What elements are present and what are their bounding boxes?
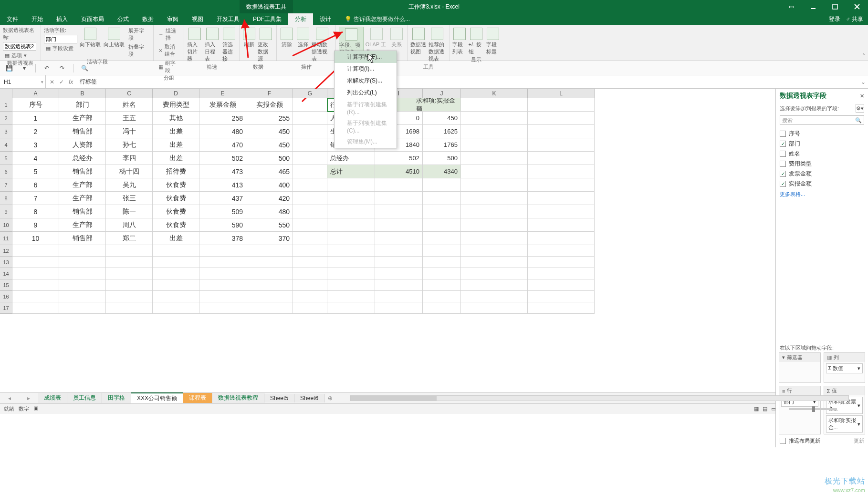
cell[interactable] <box>293 205 327 218</box>
formula-expand-icon[interactable]: ⌄ <box>858 79 868 85</box>
defer-checkbox[interactable] <box>780 438 786 444</box>
cell[interactable]: 部门 <box>59 98 106 112</box>
cell[interactable]: 生产部 <box>59 112 106 125</box>
insert-slicer-button[interactable]: 插入切片器 <box>187 27 203 63</box>
menu-item-solve-order[interactable]: 求解次序(S)... <box>335 75 397 87</box>
row-header[interactable]: 10 <box>0 218 12 232</box>
refresh-button[interactable]: 刷新 <box>242 27 256 49</box>
cell[interactable] <box>293 302 327 314</box>
cell[interactable]: 480 <box>246 205 293 218</box>
cell[interactable]: 周八 <box>106 218 153 232</box>
cell[interactable]: 伙食费 <box>153 205 199 218</box>
row-header[interactable]: 1 <box>0 98 12 112</box>
cell[interactable] <box>153 268 199 279</box>
cell[interactable] <box>327 232 375 245</box>
cell[interactable]: 冯十 <box>106 125 153 138</box>
cell[interactable] <box>293 245 327 257</box>
menu-item-calc-field[interactable]: 计算字段(F)... <box>335 51 397 63</box>
pt-name-input[interactable] <box>3 42 36 51</box>
cell[interactable] <box>461 232 528 245</box>
cell[interactable] <box>12 279 59 291</box>
row-header[interactable]: 3 <box>0 125 12 138</box>
cell[interactable] <box>528 98 595 112</box>
sheet-tab[interactable]: 课程表 <box>183 393 212 403</box>
cell[interactable]: 王五 <box>106 112 153 125</box>
pivot-chart-button[interactable]: 数据透视图 <box>410 27 427 56</box>
cell[interactable]: 出差 <box>153 232 199 245</box>
tab-formulas[interactable]: 公式 <box>111 13 136 25</box>
cell[interactable]: 1 <box>12 112 59 125</box>
cell[interactable] <box>153 245 199 257</box>
change-source-button[interactable]: 更改数据源 <box>258 27 273 63</box>
active-field-input[interactable] <box>44 35 77 43</box>
cell[interactable] <box>528 112 595 125</box>
clear-button[interactable]: 清除 <box>280 27 294 49</box>
cell[interactable]: 伙食费 <box>153 218 199 232</box>
col-header[interactable]: A <box>12 89 59 98</box>
cell[interactable] <box>59 279 106 291</box>
cell[interactable] <box>375 268 423 279</box>
field-checkbox-row[interactable]: 部门 <box>780 139 864 149</box>
minimize-icon[interactable] <box>802 0 824 13</box>
tab-nav-last-icon[interactable]: ▸ <box>27 395 30 402</box>
cell[interactable] <box>461 302 528 314</box>
tab-home[interactable]: 开始 <box>25 13 50 25</box>
cell[interactable]: 实报金额 <box>246 98 293 112</box>
cell[interactable] <box>59 257 106 268</box>
col-header[interactable]: G <box>293 89 327 98</box>
cell[interactable] <box>293 125 327 138</box>
cell[interactable] <box>423 302 461 314</box>
cell[interactable] <box>461 98 528 112</box>
select-all-corner[interactable] <box>0 89 12 98</box>
field-checkbox-row[interactable]: 姓名 <box>780 149 864 159</box>
cell[interactable] <box>153 257 199 268</box>
cell[interactable] <box>375 245 423 257</box>
chevron-down-icon[interactable]: ▾ <box>858 365 860 371</box>
recommended-pt-button[interactable]: 推荐的数据透视表 <box>429 27 446 63</box>
cell[interactable] <box>293 178 327 192</box>
cell[interactable] <box>375 302 423 314</box>
tab-pagelayout[interactable]: 页面布局 <box>74 13 111 25</box>
cell[interactable] <box>59 245 106 257</box>
cell[interactable]: 吴九 <box>106 178 153 192</box>
ribbon-collapse-icon[interactable]: ˄ <box>862 53 865 60</box>
row-header[interactable]: 9 <box>0 205 12 218</box>
cell[interactable]: 郑二 <box>106 232 153 245</box>
field-checkbox-row[interactable]: 费用类型 <box>780 159 864 169</box>
sheet-tab[interactable]: Sheet6 <box>294 394 324 402</box>
cell[interactable] <box>246 302 293 314</box>
cell[interactable]: 销售部 <box>59 125 106 138</box>
row-header[interactable]: 8 <box>0 192 12 205</box>
cell[interactable] <box>246 257 293 268</box>
cell[interactable]: 发票金额 <box>199 98 246 112</box>
scroll-thumb[interactable] <box>351 396 437 401</box>
cell[interactable]: 费用类型 <box>153 98 199 112</box>
cell[interactable] <box>106 268 153 279</box>
cell[interactable] <box>199 279 246 291</box>
sheet-tab[interactable]: 田字格 <box>102 393 131 403</box>
cell[interactable] <box>461 192 528 205</box>
cell[interactable]: 销售部 <box>59 205 106 218</box>
cell[interactable] <box>461 268 528 279</box>
select-button[interactable]: 选择 <box>296 27 310 49</box>
cell[interactable]: 总经办 <box>59 152 106 165</box>
cell[interactable]: 其他 <box>153 112 199 125</box>
cell[interactable] <box>246 245 293 257</box>
cell[interactable]: 450 <box>246 138 293 152</box>
close-icon[interactable] <box>846 0 868 13</box>
ungroup-button[interactable]: ⨯ 取消组合 <box>157 43 181 58</box>
row-header[interactable]: 6 <box>0 165 12 178</box>
cell[interactable] <box>246 279 293 291</box>
cell[interactable] <box>528 268 595 279</box>
cell[interactable]: 413 <box>199 178 246 192</box>
cell[interactable] <box>461 178 528 192</box>
checkbox[interactable] <box>780 181 786 187</box>
expand-field-button[interactable]: 展开字段 <box>126 27 150 42</box>
cell[interactable] <box>528 291 595 302</box>
cell[interactable] <box>293 232 327 245</box>
insert-timeline-button[interactable]: 插入日程表 <box>205 27 220 63</box>
field-settings-button[interactable]: ▦字段设置 <box>44 44 77 52</box>
cell[interactable]: 孙七 <box>106 138 153 152</box>
share-button[interactable]: ♂ 共享 <box>846 15 863 23</box>
cell[interactable] <box>528 279 595 291</box>
